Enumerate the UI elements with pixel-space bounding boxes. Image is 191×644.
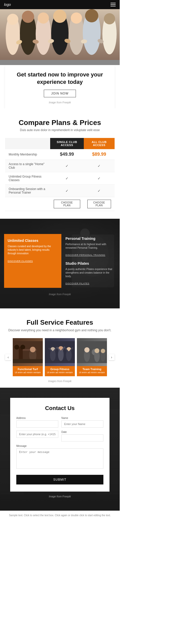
pricing-table: SINGLE CLUB ACCESS ALL CLUB ACCESS Month… (5, 138, 115, 211)
address-group: Address (16, 417, 58, 428)
contact-title: Contact Us (16, 405, 103, 412)
hero-image (0, 9, 120, 65)
gym-image-2 (45, 338, 75, 366)
carousel-item-2: Group Fitness Ut enim ad minim veniam (45, 338, 75, 376)
table-row-cta: CHOOSE PLAN CHOOSE PLAN (5, 197, 115, 211)
group-fitness-image (45, 338, 75, 366)
check-all: ✓ (84, 160, 115, 172)
menu-icon-line1 (111, 3, 116, 3)
group-fitness-desc: Ut enim ad minim veniam (45, 371, 75, 376)
unlimited-classes-title: Unlimited Classes (8, 239, 58, 243)
group-fitness-label: Group Fitness (45, 366, 75, 371)
pricing-section: Compare Plans & Prices Duis aute irure d… (0, 108, 120, 219)
feature-label: Onboarding Session with a Personal Train… (5, 185, 50, 197)
menu-button[interactable] (111, 3, 116, 6)
studio-pilates-description: A purely authentic Pilates experience th… (65, 268, 116, 278)
svg-point-9 (53, 10, 66, 23)
date-label: Date (61, 431, 103, 433)
contact-form-row-2: Date (16, 431, 103, 442)
svg-point-30 (20, 345, 25, 350)
join-now-button[interactable]: JOIN NOW (44, 90, 76, 97)
price-single: $49.99 (50, 149, 84, 160)
hero-title: Get started now to improve your experien… (10, 71, 110, 86)
team-training-label: Team Training (77, 366, 107, 371)
submit-button[interactable]: SUBMIT (16, 475, 103, 484)
table-row: Onboarding Session with a Personal Train… (5, 185, 115, 197)
svg-point-7 (38, 12, 49, 24)
address-input[interactable] (16, 420, 58, 428)
svg-point-51 (84, 347, 89, 352)
functional-turf-image (13, 338, 43, 366)
team-training-image (77, 338, 107, 366)
contact-card: Contact Us Address Name Date Message (10, 398, 110, 492)
unlimited-classes-card: Unlimited Classes Classes curated and de… (4, 234, 61, 288)
logo: logo (4, 3, 11, 7)
carousel-items: Functional Turf Ut enim ad minim veniam (13, 338, 107, 376)
svg-rect-34 (13, 359, 43, 363)
bottom-note-text: Sample text. Click to select the text bo… (9, 514, 111, 517)
services-section: Unlimited Classes Classes curated and de… (0, 219, 120, 308)
choose-all-cell: CHOOSE PLAN (84, 197, 115, 211)
svg-point-11 (71, 12, 82, 24)
menu-icon-line3 (111, 6, 116, 6)
discover-pilates-link[interactable]: DISCOVER PILATES (65, 282, 89, 285)
feature-label: Access to a single "Home" Club (5, 160, 50, 172)
gym-image-3 (77, 338, 107, 366)
message-textarea[interactable] (16, 448, 103, 469)
check-all: ✓ (84, 172, 115, 185)
team-training-desc: Ut enim ad minim veniam (77, 371, 107, 376)
choose-single-button[interactable]: CHOOSE PLAN (54, 200, 80, 208)
hero-people-illustration (0, 9, 120, 60)
svg-point-13 (85, 9, 98, 22)
table-row: Unlimited Group Fitness Classes ✓ ✓ (5, 172, 115, 185)
pricing-empty-header (5, 138, 50, 149)
choose-single-cell: CHOOSE PLAN (50, 197, 84, 211)
choose-all-button[interactable]: CHOOSE PLAN (87, 200, 111, 208)
contact-image-credit: Image from Freepik (0, 495, 120, 500)
name-group: Name (61, 417, 103, 428)
phone-input[interactable] (16, 431, 58, 438)
personal-training-card: Personal Training Performance at its hig… (65, 234, 116, 288)
services-image-credit: Image from Freepik (0, 293, 120, 298)
bottom-note: Sample text. Click to select the text bo… (0, 511, 120, 520)
svg-point-15 (104, 13, 115, 24)
gym-image-1 (13, 338, 43, 366)
svg-point-33 (30, 347, 36, 352)
header: logo (0, 0, 120, 9)
features-image-credit: Images from Freepik (5, 380, 115, 383)
personal-training-description: Performance at its highest level with re… (65, 243, 116, 250)
table-row: Access to a single "Home" Club ✓ ✓ (5, 160, 115, 172)
pricing-subtitle: Duis aute irure dolor in reprehenderit i… (5, 128, 115, 132)
contact-form-row-1: Address Name (16, 417, 103, 428)
carousel-item-1: Functional Turf Ut enim ad minim veniam (13, 338, 43, 376)
features-section: Full Service Features Discover everythin… (0, 308, 120, 388)
svg-point-53 (94, 348, 99, 353)
services-cards: Unlimited Classes Classes curated and de… (0, 229, 120, 293)
cta-empty (5, 197, 50, 211)
phone-group (16, 431, 58, 442)
hero-image-credit: Image from Freepik (49, 101, 71, 104)
date-group: Date (61, 431, 103, 442)
date-input[interactable] (61, 434, 103, 442)
pricing-title: Compare Plans & Prices (5, 119, 115, 127)
carousel-prev-button[interactable]: ‹ (5, 354, 11, 360)
discover-classes-link[interactable]: DISCOVER CLASSES (8, 260, 33, 262)
personal-training-title: Personal Training (65, 237, 116, 241)
carousel-item-3: Team Training Ut enim ad minim veniam (77, 338, 107, 376)
features-carousel: ‹ F (5, 338, 115, 376)
plan-single-header: SINGLE CLUB ACCESS (50, 138, 84, 149)
discover-personal-training-link[interactable]: DISCOVER PERSONAL TRAINING (65, 254, 105, 256)
check-single: ✓ (50, 160, 84, 172)
check-single: ✓ (50, 185, 84, 197)
message-label: Message (16, 445, 103, 447)
carousel-next-button[interactable]: › (108, 354, 115, 360)
check-single: ✓ (50, 172, 84, 185)
name-input[interactable] (61, 420, 103, 428)
features-subtitle: Discover everything you need in a neighb… (5, 328, 115, 332)
unlimited-classes-description: Classes curated and developed by the ind… (8, 245, 58, 255)
feature-label: Unlimited Group Fitness Classes (5, 172, 50, 185)
functional-turf-desc: Ut enim ad minim veniam (13, 371, 43, 376)
svg-point-55 (101, 349, 105, 353)
check-all: ✓ (84, 185, 115, 197)
message-group: Message (16, 445, 103, 470)
